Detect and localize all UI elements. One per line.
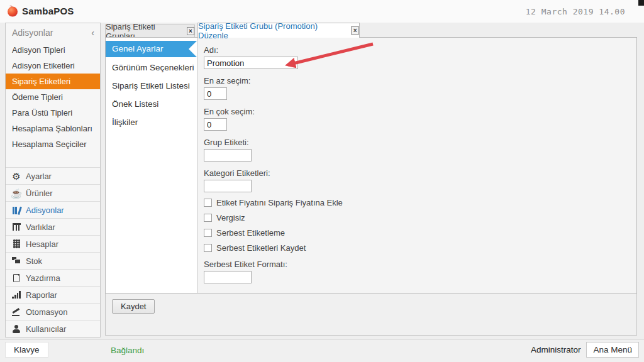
save-free-tags-checkbox[interactable] (204, 244, 212, 252)
free-tagging-checkbox[interactable] (204, 229, 212, 237)
module-label: Hesaplar (26, 239, 58, 249)
clock-text: 12 March 2019 14.00 (526, 7, 625, 16)
tab-siparis-etiketi-gruplari[interactable]: Sipariş Etiketi Grupları × (105, 25, 195, 37)
window-corner-artifact (638, 0, 644, 6)
save-strip: Kaydet (105, 293, 637, 336)
sidebar-item-siparis-etiketleri[interactable]: Sipariş Etiketleri (6, 74, 100, 89)
app-logo: SambaPOS (6, 4, 74, 17)
tomato-logo-icon (6, 4, 19, 17)
free-tag-format-input[interactable] (204, 271, 252, 283)
sidebar-header-title: Adisyonlar (12, 28, 53, 38)
sidebar-module-adisyonlar[interactable]: Adisyonlar (6, 201, 100, 218)
checkbox-row-add-tag-price: Etiket Fiyatını Sipariş Fiyatına Ekle (204, 198, 636, 207)
sidebar-module-otomasyon[interactable]: Otomasyon (6, 303, 100, 320)
sidebar-item-adisyon-etiketleri[interactable]: Adisyon Etiketleri (6, 58, 100, 74)
module-label: Otomasyon (26, 307, 67, 317)
sidebar-module-raporlar[interactable]: Raporlar (6, 286, 100, 303)
connection-status: Bağlandı (111, 346, 144, 355)
module-label: Ürünler (26, 189, 53, 198)
status-right-group: Administrator Ana Menü (531, 342, 639, 358)
save-button[interactable]: Kaydet (112, 299, 155, 314)
checkbox-row-free-tagging: Serbest Etiketleme (204, 228, 636, 238)
tab-content-panel: Genel Ayarlar Görünüm Seçenekleri Sipari… (105, 37, 637, 293)
tab-siparis-etiketi-grubu-duzenle[interactable]: Sipariş Etiketi Grubu (Promotion) Düzenl… (197, 23, 360, 38)
sidebar-item-hesaplama-sablonlari[interactable]: Hesaplama Şablonları (6, 121, 100, 136)
sidebar-item-odeme-tipleri[interactable]: Ödeme Tipleri (6, 89, 100, 105)
close-icon[interactable]: × (187, 27, 194, 35)
close-icon[interactable]: × (351, 26, 359, 35)
checkbox-label: Serbest Etiketleme (216, 228, 285, 238)
sidebar-module-yazdirma[interactable]: Yazdırma (6, 269, 100, 286)
sidebar-module-ayarlar[interactable]: ⚙ Ayarlar (6, 167, 100, 184)
sidebar-header: Adisyonlar ‹ (6, 23, 100, 42)
module-label: Yazdırma (26, 273, 60, 283)
sidebar-module-hesaplar[interactable]: Hesaplar (6, 235, 100, 252)
pencil-icon (11, 308, 22, 316)
app-window: SambaPOS 12 March 2019 14.00 Adisyonlar … (0, 0, 644, 362)
main-menu-button[interactable]: Ana Menü (586, 342, 639, 358)
checkbox-row-tax-free: Vergisiz (204, 213, 636, 222)
sidebar-item-adisyon-tipleri[interactable]: Adisyon Tipleri (6, 42, 100, 58)
checkbox-row-save-free-tags: Serbest Etiketleri Kaydet (204, 243, 636, 253)
bar-chart-icon (11, 291, 22, 299)
sidebar-module-urunler[interactable]: ☕ Ürünler (6, 184, 100, 201)
min-selection-label: En az seçim: (204, 76, 636, 85)
group-tag-label: Grup Etiketi: (204, 138, 636, 147)
calculator-icon (11, 239, 22, 248)
category-tags-input[interactable] (204, 180, 252, 192)
checkbox-label: Serbest Etiketleri Kaydet (216, 243, 306, 253)
module-label: Raporlar (26, 290, 57, 300)
group-tag-input[interactable] (204, 149, 252, 162)
add-tag-price-checkbox[interactable] (204, 199, 212, 207)
module-label: Stok (26, 256, 42, 266)
module-label: Kullanıcılar (26, 324, 66, 334)
nav-item-gorunum-secenekleri[interactable]: Görünüm Seçenekleri (106, 60, 197, 75)
checkbox-label: Vergisiz (216, 213, 245, 222)
keyboard-button[interactable]: Klavye (5, 342, 48, 358)
gear-icon: ⚙ (11, 172, 22, 181)
sidebar-item-para-ustu-tipleri[interactable]: Para Üstü Tipleri (6, 105, 100, 121)
coffee-icon: ☕ (11, 189, 22, 198)
bank-icon (11, 223, 22, 231)
books-icon (11, 206, 22, 214)
nav-item-label: Genel Ayarlar (112, 44, 164, 53)
logged-in-user: Administrator (531, 345, 581, 354)
app-title: SambaPOS (22, 6, 74, 16)
main-sidebar: Adisyonlar ‹ Adisyon Tipleri Adisyon Eti… (5, 23, 101, 337)
top-bar: SambaPOS 12 March 2019 14.00 (0, 0, 644, 23)
nav-item-onek-listesi[interactable]: Önek Listesi (106, 96, 197, 112)
free-tag-format-label: Serbest Etiket Formatı: (204, 260, 636, 269)
checkbox-label: Etiket Fiyatını Sipariş Fiyatına Ekle (216, 198, 343, 207)
sidebar-module-kullanicilar[interactable]: Kullanıcılar (6, 320, 100, 337)
module-label: Varlıklar (26, 222, 55, 232)
module-label: Ayarlar (26, 172, 52, 181)
sidebar-item-hesaplama-seciciler[interactable]: Hesaplama Seçiciler (6, 136, 100, 152)
user-icon (11, 325, 22, 333)
nav-item-genel-ayarlar[interactable]: Genel Ayarlar (106, 41, 197, 57)
sidebar-module-varliklar[interactable]: Varlıklar (6, 218, 100, 235)
status-bar: Klavye Bağlandı Administrator Ana Menü (0, 339, 644, 362)
document-icon (11, 274, 22, 282)
stock-icon (11, 257, 22, 265)
sidebar-module-stok[interactable]: Stok (6, 252, 100, 269)
max-selection-input[interactable] (204, 118, 227, 131)
max-selection-label: En çok seçim: (204, 107, 636, 116)
nav-item-siparis-etiketi-listesi[interactable]: Sipariş Etiketi Listesi (106, 78, 197, 94)
name-input[interactable] (204, 57, 298, 69)
sidebar-modules: ⚙ Ayarlar ☕ Ürünler Adisyonlar Varlıklar… (6, 167, 100, 337)
category-tags-label: Kategori Etiketleri: (204, 168, 636, 178)
tax-free-checkbox[interactable] (204, 214, 212, 222)
active-item-notch (189, 41, 197, 57)
nav-item-iliskiler[interactable]: İlişkiler (106, 114, 197, 130)
tab-label: Sipariş Etiketi Grubu (Promotion) Düzenl… (198, 21, 347, 40)
settings-form: Adı: En az seçim: En çok seçim: Grup Eti… (198, 38, 636, 293)
collapse-chevron-icon[interactable]: ‹ (91, 23, 94, 42)
name-label: Adı: (204, 45, 636, 55)
module-label: Adisyonlar (26, 206, 64, 215)
editor-nav: Genel Ayarlar Görünüm Seçenekleri Sipari… (106, 38, 197, 293)
min-selection-input[interactable] (204, 87, 227, 100)
